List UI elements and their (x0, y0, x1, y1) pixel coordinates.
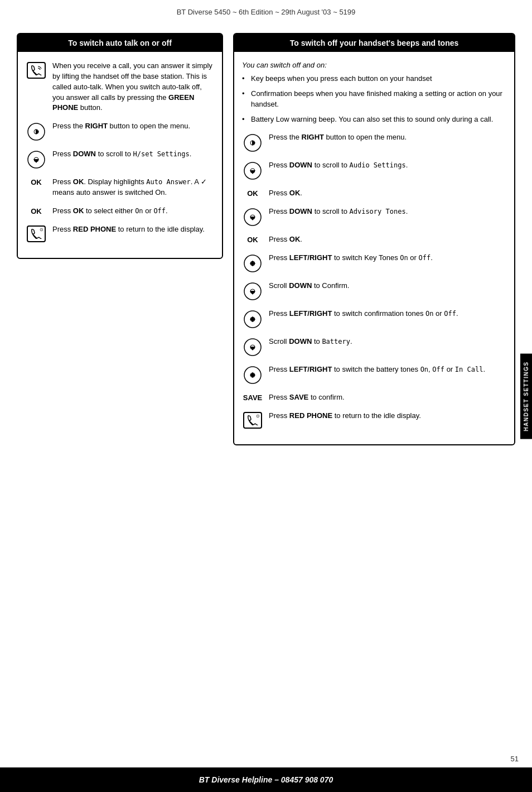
right-red-phone-icon: ⊙ (243, 412, 262, 429)
right-step-down-advisory-text: Press DOWN to scroll to Advisory Tones. (269, 207, 506, 217)
red-phone-icon: ⊙ (27, 225, 46, 242)
right-intro: You can switch off and on: Key beeps whe… (242, 61, 506, 124)
right-intro-italic: You can switch off and on: (242, 61, 506, 69)
step-red-phone-left: ⊙ Press RED PHONE to return to the idle … (26, 224, 214, 242)
intro-row: When you receive a call, you can answer … (26, 61, 214, 113)
green-phone-icon-cell (26, 61, 47, 79)
right-section-box: To switch off your handset's beeps and t… (233, 33, 515, 445)
step-down-hset-text: Press DOWN to scroll to H/set Settings. (52, 149, 214, 160)
right-step-red-phone-text: Press RED PHONE to return to the idle di… (269, 411, 506, 421)
step-red-phone-left-text: Press RED PHONE to return to the idle di… (52, 224, 214, 235)
right-section-content: You can switch off and on: Key beeps whe… (234, 52, 514, 444)
right-panel: To switch off your handset's beeps and t… (233, 33, 515, 445)
right-step-leftright-battery-text: Press LEFT/RIGHT to switch the battery t… (269, 364, 506, 375)
bullet-item-3: Battery Low warning beep. You can also s… (242, 114, 506, 125)
ok-label-2: OK (26, 206, 47, 215)
right-step-save: SAVE Press SAVE to confirm. (242, 392, 506, 403)
side-tab: HANDSET SETTINGS (520, 353, 532, 439)
right-step-down-audio: Press DOWN to scroll to Audio Settings. (242, 160, 506, 180)
right-navpad-right-1 (242, 132, 263, 152)
right-navpad-down-4 (242, 337, 263, 357)
right-step-leftright-confirm: Press LEFT/RIGHT to switch confirmation … (242, 309, 506, 329)
right-step-down-audio-text: Press DOWN to scroll to Audio Settings. (269, 160, 506, 171)
bullet-item-1: Key beeps when you press each button on … (242, 74, 506, 84)
right-step-right-menu: Press the RIGHT button to open the menu. (242, 132, 506, 152)
right-step-down-confirm: Scroll DOWN to Confirm. (242, 281, 506, 301)
right-red-phone-icon-cell: ⊙ (242, 411, 263, 429)
step-down-hset: Press DOWN to scroll to H/set Settings. (26, 149, 214, 169)
red-phone-icon-left: ⊙ (26, 224, 47, 242)
page-header: BT Diverse 5450 ~ 6th Edition ~ 29th Aug… (0, 0, 532, 22)
right-step-leftright-key-text: Press LEFT/RIGHT to switch Key Tones On … (269, 253, 506, 263)
left-section-content: When you receive a call, you can answer … (18, 52, 222, 258)
step-ok-autoanswer: OK Press OK. Display highlights Auto Ans… (26, 177, 214, 198)
right-step-leftright-battery: Press LEFT/RIGHT to switch the battery t… (242, 364, 506, 385)
right-section-title: To switch off your handset's beeps and t… (234, 34, 514, 52)
right-step-ok-1: OK Press OK. (242, 188, 506, 199)
bullet-list: Key beeps when you press each button on … (242, 74, 506, 124)
navpad-right-icon (26, 121, 47, 141)
right-step-leftright-confirm-text: Press LEFT/RIGHT to switch confirmation … (269, 309, 506, 319)
right-step-down-battery-text: Scroll DOWN to Battery. (269, 337, 506, 347)
right-ok-label-1: OK (242, 188, 263, 198)
green-phone-icon (27, 62, 46, 79)
right-step-leftright-key: Press LEFT/RIGHT to switch Key Tones On … (242, 253, 506, 273)
right-navpad-leftright-1 (242, 253, 263, 273)
right-step-down-battery: Scroll DOWN to Battery. (242, 337, 506, 357)
left-panel: To switch auto talk on or off (17, 33, 223, 445)
right-step-ok-2: OK Press OK. (242, 234, 506, 245)
intro-text: When you receive a call, you can answer … (52, 61, 214, 113)
right-step-down-confirm-text: Scroll DOWN to Confirm. (269, 281, 506, 291)
step-ok-select: OK Press OK to select either On or Off. (26, 206, 214, 217)
ok-label-1: OK (26, 177, 47, 186)
step-right-menu-text: Press the RIGHT button to open the menu. (52, 121, 214, 132)
right-step-ok-1-text: Press OK. (269, 188, 506, 199)
footer-text: BT Diverse Helpline – 08457 908 070 (199, 775, 333, 784)
page-number: 51 (511, 755, 519, 763)
save-label: SAVE (242, 392, 263, 402)
right-navpad-down-3 (242, 281, 263, 301)
navpad-down-icon (26, 149, 47, 169)
right-step-right-menu-text: Press the RIGHT button to open the menu. (269, 132, 506, 143)
right-step-down-advisory: Press DOWN to scroll to Advisory Tones. (242, 207, 506, 227)
step-right-menu: Press the RIGHT button to open the menu. (26, 121, 214, 141)
left-section-title: To switch auto talk on or off (18, 34, 222, 52)
step-ok-autoanswer-text: Press OK. Display highlights Auto Answer… (52, 177, 214, 198)
right-step-save-text: Press SAVE to confirm. (269, 392, 506, 403)
right-ok-label-2: OK (242, 234, 263, 244)
bullet-item-2: Confirmation beeps when you have finishe… (242, 89, 506, 110)
right-navpad-leftright-3 (242, 364, 263, 385)
step-ok-select-text: Press OK to select either On or Off. (52, 206, 214, 217)
right-step-ok-2-text: Press OK. (269, 234, 506, 245)
left-section-box: To switch auto talk on or off (17, 33, 223, 259)
right-navpad-leftright-2 (242, 309, 263, 329)
page-footer: BT Diverse Helpline – 08457 908 070 (0, 767, 532, 792)
right-navpad-down-2 (242, 207, 263, 227)
right-step-red-phone: ⊙ Press RED PHONE to return to the idle … (242, 411, 506, 429)
right-navpad-down-1 (242, 160, 263, 180)
